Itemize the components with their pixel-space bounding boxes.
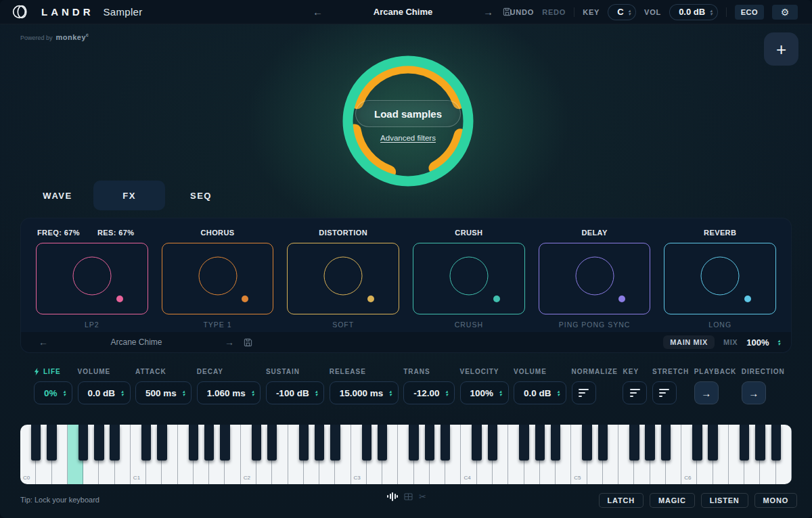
fx-box[interactable]	[664, 243, 776, 314]
key-button[interactable]	[623, 381, 647, 404]
black-key-C#5[interactable]	[582, 425, 591, 461]
stepper-arrows-icon[interactable]: ▴▾	[121, 390, 124, 396]
fx-knob[interactable]	[575, 256, 614, 295]
magic-button[interactable]: MAGIC	[650, 493, 695, 508]
volume-stepper[interactable]: 0.0 dB ▴▾	[669, 4, 718, 20]
down-arrow-icon[interactable]: ▾	[629, 12, 631, 16]
black-key-D#3[interactable]	[378, 425, 387, 461]
settings-gear-icon[interactable]: ⚙	[772, 5, 798, 20]
preset-name[interactable]: Arcane Chime	[325, 7, 480, 17]
black-key-G#3[interactable]	[425, 425, 434, 461]
tab-wave[interactable]: WAVE	[22, 181, 93, 210]
normalize-button[interactable]	[572, 381, 596, 404]
black-key-F#2[interactable]	[299, 425, 309, 461]
black-key-A#3[interactable]	[441, 425, 450, 461]
stepper-volume[interactable]: 0.0 dB▴▾	[514, 381, 566, 404]
black-key-A#4[interactable]	[551, 425, 560, 461]
black-key-A#6[interactable]	[771, 425, 781, 461]
stretch-button[interactable]	[652, 381, 677, 404]
fx-knob[interactable]	[701, 256, 740, 295]
black-key-F#3[interactable]	[409, 425, 418, 461]
black-key-G#6[interactable]	[755, 425, 765, 461]
stepper-attack[interactable]: 500 ms▴▾	[135, 381, 191, 404]
black-key-D#0[interactable]	[47, 425, 56, 461]
black-key-A#5[interactable]	[661, 425, 671, 461]
advanced-filters-link[interactable]: Advanced filters	[380, 134, 436, 142]
next-sample-icon[interactable]: →	[222, 337, 237, 348]
fx-knob[interactable]	[198, 256, 237, 295]
stepper-arrows-icon[interactable]: ▴▾	[629, 9, 631, 16]
black-key-C#0[interactable]	[31, 425, 41, 461]
save-sample-icon[interactable]	[244, 338, 252, 347]
scissors-icon[interactable]: ✂	[419, 492, 426, 501]
black-key-D#2[interactable]	[267, 425, 277, 461]
add-sample-button[interactable]: +	[764, 32, 798, 66]
black-key-G#5[interactable]	[645, 425, 654, 461]
black-key-D#5[interactable]	[598, 425, 608, 461]
black-key-G#0[interactable]	[94, 425, 104, 461]
mix-stepper-arrows-icon[interactable]: ▴▾	[777, 339, 780, 346]
fx-knob[interactable]	[324, 256, 363, 295]
stepper-release[interactable]: 15.000 ms▴▾	[330, 381, 399, 404]
latch-button[interactable]: LATCH	[599, 493, 644, 508]
fx-box[interactable]	[287, 243, 399, 314]
stepper-trans[interactable]: -12.00▴▾	[403, 381, 455, 404]
previous-preset-icon[interactable]: ←	[310, 6, 325, 18]
previous-sample-icon[interactable]: ←	[36, 337, 51, 348]
stepper-life[interactable]: 0%▴▾	[34, 381, 72, 404]
stepper-decay[interactable]: 1.060 ms▴▾	[197, 381, 261, 404]
black-key-F#6[interactable]	[740, 425, 749, 461]
fx-knob[interactable]	[72, 256, 111, 295]
stepper-arrows-icon[interactable]: ▴▾	[710, 9, 713, 16]
undo-button[interactable]: UNDO	[510, 8, 535, 16]
black-key-A#1[interactable]	[220, 425, 229, 461]
direction-button[interactable]: →	[742, 381, 766, 404]
black-key-G#2[interactable]	[315, 425, 324, 461]
next-preset-icon[interactable]: →	[480, 6, 496, 18]
stepper-arrows-icon[interactable]: ▴▾	[446, 390, 449, 396]
down-arrow-icon[interactable]: ▾	[777, 342, 780, 346]
stepper-arrows-icon[interactable]: ▴▾	[64, 390, 66, 396]
black-key-D#4[interactable]	[488, 425, 497, 461]
playback-button[interactable]: →	[694, 381, 719, 404]
black-key-A#2[interactable]	[330, 425, 340, 461]
stepper-arrows-icon[interactable]: ▴▾	[499, 390, 502, 396]
black-key-C#3[interactable]	[362, 425, 371, 461]
down-arrow-icon[interactable]: ▾	[710, 12, 713, 16]
black-key-C#1[interactable]	[141, 425, 151, 461]
fx-box[interactable]	[36, 243, 148, 314]
sample-name[interactable]: Arcane Chime	[51, 337, 222, 347]
black-key-G#4[interactable]	[535, 425, 545, 461]
mix-value[interactable]: 100%	[746, 337, 769, 348]
stepper-arrows-icon[interactable]: ▴▾	[558, 390, 560, 396]
stepper-arrows-icon[interactable]: ▴▾	[389, 390, 392, 396]
tab-fx[interactable]: FX	[93, 181, 165, 210]
black-key-G#1[interactable]	[204, 425, 214, 461]
key-stepper[interactable]: C ▴▾	[608, 4, 636, 20]
load-samples-button[interactable]: Load samples	[355, 100, 461, 127]
black-key-A#0[interactable]	[110, 425, 119, 461]
black-key-F#4[interactable]	[519, 425, 528, 461]
fx-box[interactable]	[539, 243, 651, 314]
waveform-icon[interactable]	[387, 492, 398, 501]
black-key-D#1[interactable]	[157, 425, 166, 461]
black-key-F#1[interactable]	[189, 425, 198, 461]
black-key-F#0[interactable]	[78, 425, 88, 461]
stepper-sustain[interactable]: -100 dB▴▾	[266, 381, 324, 404]
main-mix-button[interactable]: MAIN MIX	[663, 335, 715, 349]
stepper-arrows-icon[interactable]: ▴▾	[183, 390, 185, 396]
tab-seq[interactable]: SEQ	[165, 181, 237, 210]
black-key-C#6[interactable]	[692, 425, 702, 461]
eco-button[interactable]: ECO	[735, 5, 764, 20]
black-key-C#2[interactable]	[252, 425, 261, 461]
fx-knob[interactable]	[449, 256, 488, 295]
redo-button[interactable]: REDO	[542, 8, 566, 16]
stepper-arrows-icon[interactable]: ▴▾	[315, 390, 318, 396]
listen-button[interactable]: LISTEN	[701, 493, 748, 508]
black-key-C#4[interactable]	[472, 425, 481, 461]
fx-box[interactable]	[162, 243, 274, 314]
grid-icon[interactable]	[404, 493, 413, 500]
stepper-velocity[interactable]: 100%▴▾	[460, 381, 509, 404]
stepper-volume[interactable]: 0.0 dB▴▾	[78, 381, 131, 404]
black-key-D#6[interactable]	[708, 425, 717, 461]
